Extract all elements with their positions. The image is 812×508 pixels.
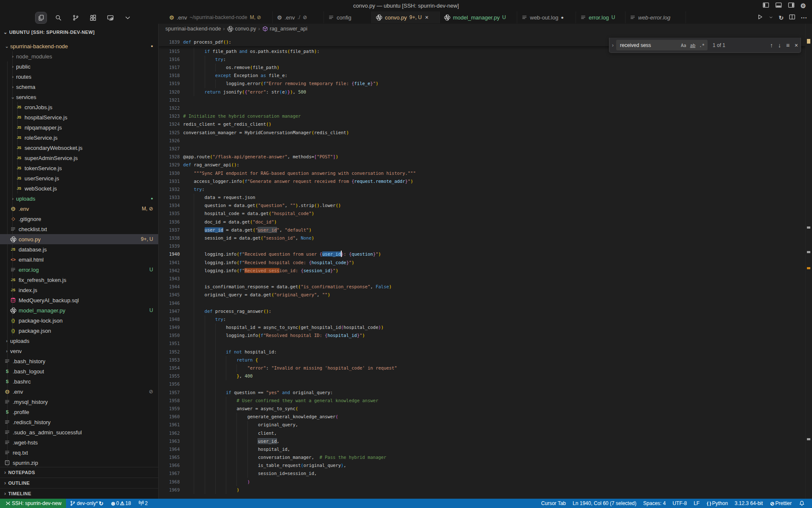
line-number[interactable]: 1937 [159, 226, 180, 234]
line-number[interactable]: 1967 [159, 469, 180, 478]
tree-item-.env[interactable]: ⚙.envM, ⊘ [0, 204, 158, 214]
panel-header-outline[interactable]: ›OUTLINE [0, 478, 158, 488]
layout-sidebar-left-button[interactable] [763, 2, 769, 10]
line-number[interactable]: 1941 [159, 259, 180, 267]
line-number[interactable]: 1964 [159, 445, 180, 453]
code-line-1956[interactable]: 1956 [159, 380, 806, 388]
code-line-1931[interactable]: 1931 access_logger.info(f"Generate answe… [159, 177, 806, 185]
line-number[interactable]: 1948 [159, 315, 180, 323]
line-number[interactable]: 1932 [159, 185, 180, 193]
tree-item-.bash-history[interactable]: .bash_history [0, 356, 158, 366]
tree-item-nlpqamapper.js[interactable]: JSnlpqamapper.js [0, 122, 158, 133]
tree-item-websocket.js[interactable]: JSwebSocket.js [0, 183, 158, 193]
line-number[interactable]: 1961 [159, 421, 180, 429]
line-number[interactable]: 1935 [159, 210, 180, 218]
line-number[interactable]: 1928 [159, 153, 180, 161]
code-line-1951[interactable]: 1951 [159, 340, 806, 348]
line-number[interactable]: 1956 [159, 380, 180, 388]
line-number[interactable]: 1959 [159, 405, 180, 413]
code-line-1934[interactable]: 1934 question = data.get("question", "")… [159, 202, 806, 210]
line-number[interactable]: 1933 [159, 193, 180, 202]
tree-item-req.txt[interactable]: req.txt [0, 447, 158, 458]
tree-item-uploads[interactable]: ›uploads● [0, 193, 158, 204]
line-number[interactable]: 1942 [159, 267, 180, 275]
tree-item-roleservice.js[interactable]: JSroleService.js [0, 133, 158, 143]
next-match-button[interactable]: ↓ [776, 42, 784, 49]
code-line-1941[interactable]: 1941 logging.info(f"Received hospital co… [159, 259, 806, 267]
python-version-status[interactable]: 3.12.3 64-bit [731, 499, 766, 508]
code-line-1969[interactable]: 1969 ) [159, 486, 806, 494]
code-line-1967[interactable]: 1967 session_id=session_id, [159, 469, 806, 478]
code-line-1940[interactable]: 1940 logging.info(f"Received question fr… [159, 250, 806, 258]
tree-item-index.js[interactable]: JSindex.js [0, 285, 158, 295]
activity-chevron-down-button[interactable] [122, 12, 133, 23]
line-number[interactable]: 1918 [159, 72, 180, 80]
code-line-1938[interactable]: 1938 session_id = data.get("session_id",… [159, 234, 806, 242]
breadcrumb-item[interactable]: spurrinai-backend-node [165, 26, 221, 32]
line-number[interactable]: 1968 [159, 478, 180, 486]
code-line-1922[interactable]: 1922 [159, 104, 806, 112]
code-line-1946[interactable]: 1946 [159, 299, 806, 307]
line-number[interactable]: 1936 [159, 218, 180, 226]
code-line-1953[interactable]: 1953 return { [159, 356, 806, 364]
overview-ruler[interactable] [805, 24, 812, 499]
tree-item-checklist.txt[interactable]: checklist.txt [0, 224, 158, 234]
indentation-status[interactable]: Spaces: 4 [640, 499, 669, 508]
line-number[interactable]: 1839 [159, 38, 180, 46]
code-line-1927[interactable]: 1927 [159, 145, 806, 153]
regex-toggle[interactable]: .* [698, 42, 706, 48]
code-line-1937[interactable]: 1937 user_id = data.get("user_id", "defa… [159, 226, 806, 234]
code-line-1929[interactable]: 1929def rag_answer_api(): [159, 161, 806, 169]
code-line-1949[interactable]: 1949 hospital_id = async_to_sync(get_hos… [159, 323, 806, 331]
match-case-toggle[interactable]: Aa [680, 42, 688, 48]
code-line-1923[interactable]: 1923# Initialize the hybrid conversation… [159, 112, 806, 120]
line-number[interactable]: 1943 [159, 275, 180, 283]
remote-status[interactable]: SSH: spurrin-dev-new [0, 499, 66, 508]
code-line-1924[interactable]: 1924redis_client = get_redis_client() [159, 120, 806, 128]
prettier-status[interactable]: ⊘ Prettier [766, 499, 795, 508]
activity-search-button[interactable] [53, 12, 64, 23]
line-number[interactable]: 1945 [159, 291, 180, 299]
tree-item-.wget-hsts[interactable]: .wget-hsts [0, 437, 158, 447]
code-line-1963[interactable]: 1963 user_id, [159, 437, 806, 445]
problems-status[interactable]: ⊗ 0 ⚠ 18 [107, 499, 134, 508]
notifications-bell[interactable] [795, 499, 809, 508]
language-status[interactable]: { } Python [703, 499, 731, 508]
line-number[interactable]: 1953 [159, 356, 180, 364]
tab-env-home[interactable]: ⚙.env./⊘ [273, 11, 324, 23]
code-line-1955[interactable]: 1955 }, 400 [159, 372, 806, 380]
line-number[interactable]: 1950 [159, 331, 180, 340]
code-line-1928[interactable]: 1928@app.route("/flask-api/generate-answ… [159, 153, 806, 161]
eol-status[interactable]: LF [690, 499, 703, 508]
line-number[interactable]: 1955 [159, 372, 180, 380]
code-line-1950[interactable]: 1950 logging.info(f"Resolved hospital ID… [159, 331, 806, 340]
selection-status[interactable]: Ln 1940, Col 60 (7 selected) [569, 499, 640, 508]
tree-item-services[interactable]: ⌄services [0, 92, 158, 102]
run-button[interactable] [757, 14, 763, 22]
code-line-1962[interactable]: 1962 client, [159, 429, 806, 437]
line-number[interactable]: 1925 [159, 129, 180, 137]
line-number[interactable]: 1927 [159, 145, 180, 153]
tab-error-log[interactable]: error.logU [576, 11, 625, 23]
line-number[interactable]: 1954 [159, 364, 180, 372]
line-number[interactable]: 1917 [159, 64, 180, 72]
activity-files-button[interactable] [36, 12, 47, 23]
activity-extensions-button[interactable] [88, 12, 99, 23]
line-number[interactable]: 1958 [159, 397, 180, 405]
line-number[interactable]: 1916 [159, 55, 180, 64]
code-line-1966[interactable]: 1966 is_table_request(original_query), [159, 461, 806, 469]
tab-config[interactable]: config [324, 11, 372, 23]
previous-match-button[interactable]: ↑ [768, 42, 776, 49]
line-number[interactable]: 1930 [159, 169, 180, 177]
line-number[interactable]: 1926 [159, 137, 180, 145]
code-viewport[interactable]: 1839def process_pdf(): 1915 if file_path… [159, 38, 806, 499]
tree-item-.gitignore[interactable]: .gitignore [0, 214, 158, 224]
code-line-1933[interactable]: 1933 data = request.json [159, 193, 806, 202]
code-line-1930[interactable]: 1930 """Sync API endpoint for RAG-based … [159, 169, 806, 177]
tree-item-spurrinai-backend-node[interactable]: ⌄spurrinai-backend-node● [0, 41, 158, 51]
tree-item-.bashrc[interactable]: $.bashrc [0, 376, 158, 387]
line-number[interactable]: 1960 [159, 413, 180, 421]
code-line-1942[interactable]: 1942 logging.info(f"Received session_id:… [159, 267, 806, 275]
tree-item-schema[interactable]: ›schema [0, 82, 158, 92]
tab-web-out-log[interactable]: web-out.log● [517, 11, 576, 23]
